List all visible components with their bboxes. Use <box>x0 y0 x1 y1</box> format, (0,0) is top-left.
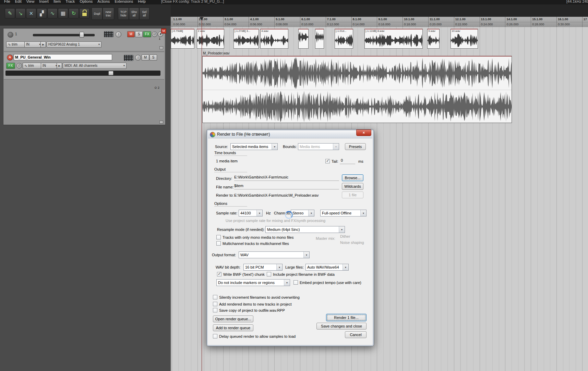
toolbar-sel-all-button[interactable]: Selall <box>139 8 149 20</box>
edit-cursor-marker[interactable] <box>200 17 204 20</box>
track-name-field[interactable]: M_PU_General_Win <box>14 54 112 60</box>
browse-button[interactable]: Browse... <box>342 174 363 181</box>
filename-input[interactable]: $item <box>234 184 339 189</box>
tail-input[interactable]: 0 <box>340 158 355 164</box>
save-copy-checkbox[interactable] <box>213 308 217 312</box>
master-lane-badge[interactable]: M <box>161 28 166 34</box>
volume-slider[interactable] <box>33 34 95 36</box>
menu-item-view[interactable]: View <box>26 0 35 3</box>
mono-tracks-checkbox[interactable] <box>216 235 221 239</box>
timeline-ruler[interactable]: 1.1.000:00.0002.1.000:02.0003.1.000:04.0… <box>171 17 588 27</box>
solo-button[interactable]: S <box>149 54 157 61</box>
menu-item-options[interactable]: Options <box>80 0 93 3</box>
silently-increment-checkbox[interactable] <box>213 295 217 299</box>
add-rendered-checkbox[interactable] <box>213 302 217 306</box>
input-select[interactable]: IN▾ <box>24 41 42 48</box>
solo-button[interactable]: S <box>135 31 143 37</box>
toolbar-tcp-hide-button[interactable]: TCPhide <box>118 8 129 20</box>
edit-item-button[interactable]: ✎ <box>5 8 15 18</box>
lock-button[interactable] <box>79 8 89 18</box>
bitdepth-select[interactable]: 16 bit PCM▾ <box>243 264 283 271</box>
track-2-panel[interactable]: A M_PU_General_Win ! M S FX ∅ ∿ trim IN▾… <box>4 52 164 79</box>
embed-tempo-checkbox[interactable] <box>293 280 298 285</box>
menu-item-extensions[interactable]: Extensions <box>115 0 133 3</box>
toolbar-new-trac-button[interactable]: newtrac <box>103 8 114 20</box>
track-1-panel[interactable]: 1 ! M S FX ∅ ● ∿ trim IN▾ ▸ HDSP9632 Ana… <box>4 29 164 51</box>
media-item[interactable] <box>315 29 324 49</box>
media-item[interactable]: [-1.27dB] 3... <box>233 29 259 49</box>
monitor-button[interactable]: ▸ <box>57 63 62 69</box>
render-button[interactable]: Render 1 file... <box>326 314 367 321</box>
fx-bypass-icon[interactable]: ∅ <box>152 32 157 37</box>
media-item[interactable]: [-0.79dB] <box>171 29 194 49</box>
menu-item-insert[interactable]: Insert <box>39 0 49 3</box>
route-button[interactable] <box>104 31 113 37</box>
resample-select[interactable]: Medium (64pt Sinc)▾ <box>265 226 345 233</box>
samplerate-select[interactable]: 44100▾ <box>239 210 263 217</box>
record-arm-button[interactable]: A <box>7 54 13 61</box>
multichannel-checkbox[interactable] <box>216 241 221 246</box>
fx-alert-button[interactable]: ! <box>116 32 121 37</box>
grid-snap-button[interactable]: ▦ <box>58 8 68 18</box>
delay-queued-checkbox[interactable] <box>213 334 217 338</box>
crossfade-button[interactable]: × <box>26 8 36 18</box>
markers-select[interactable]: Do not include markers or regions▾ <box>216 279 290 286</box>
envelope-button[interactable]: ∿ <box>47 8 58 18</box>
menu-item-help[interactable]: Help <box>138 0 146 3</box>
wildcards-button[interactable]: Wildcards <box>342 183 363 190</box>
media-item[interactable]: [-1.01d... <box>335 29 353 49</box>
record-arm-button[interactable] <box>8 32 13 38</box>
media-lane-fold-icon[interactable] <box>159 121 163 124</box>
media-item[interactable]: 9.wav <box>427 29 440 49</box>
razor-edit-button[interactable]: ▞ <box>37 8 47 18</box>
presets-button[interactable]: Presets <box>345 143 366 150</box>
save-changes-close-button[interactable]: Save changes and close <box>316 323 367 330</box>
midi-io-select[interactable]: MIDI: All: All channels▾ <box>63 63 127 69</box>
volume-slider-handle[interactable] <box>80 32 84 38</box>
route-button[interactable] <box>124 55 133 61</box>
source-select[interactable]: Selected media items▾ <box>230 143 278 150</box>
output-format-select[interactable]: WAV▾ <box>239 251 310 258</box>
tail-checkbox[interactable] <box>325 159 330 163</box>
media-item[interactable]: 4.wav <box>260 29 288 49</box>
fx-button[interactable]: FX <box>6 63 15 69</box>
menu-item-edit[interactable]: Edit <box>15 0 22 3</box>
toolbar-sho-all-button[interactable]: Shoall <box>129 8 139 20</box>
close-button[interactable]: × <box>356 129 371 136</box>
include-projname-checkbox[interactable] <box>267 272 271 276</box>
trim-button[interactable]: ∿ trim <box>23 63 41 69</box>
track-fader[interactable] <box>5 71 160 76</box>
io-select[interactable]: HDSP9632 Analog 1▾ <box>47 41 101 48</box>
menu-item-track[interactable]: Track <box>65 0 75 3</box>
menu-item-actions[interactable]: Actions <box>97 0 110 3</box>
input-select[interactable]: IN▾ <box>41 63 59 69</box>
add-to-render-queue-button[interactable]: Add to render queue <box>213 324 253 331</box>
media-lane-fold-icon[interactable] <box>159 46 163 49</box>
cancel-button[interactable]: Cancel <box>345 331 367 338</box>
write-bwf-checkbox[interactable] <box>217 272 221 276</box>
directory-input[interactable]: E:\Work\Gambino\X-Farm\music <box>234 175 339 181</box>
mute-button[interactable]: M <box>142 54 149 61</box>
media-item-main[interactable] <box>202 56 512 123</box>
media-item[interactable]: 2.wav <box>197 29 224 49</box>
largefiles-select[interactable]: Auto WAV/Wave64▾ <box>305 264 349 271</box>
loop-button[interactable]: ↻ <box>69 8 79 18</box>
fx-alert-button[interactable]: ! <box>135 55 141 61</box>
monitor-button[interactable]: ▸ <box>40 41 46 48</box>
toolbar-dupl-button[interactable]: Dupl <box>92 8 103 20</box>
fx-bypass-icon[interactable]: ∅ <box>16 63 22 69</box>
mute-button[interactable]: M <box>127 31 135 37</box>
insert-media-button[interactable]: ↘ <box>15 8 26 18</box>
menu-item-item[interactable]: Item <box>53 0 61 3</box>
fx-button[interactable]: FX <box>143 31 151 37</box>
media-item[interactable]: [-1.12dB] 8.wav <box>364 29 423 49</box>
trim-button[interactable]: ∿ trim <box>6 41 25 48</box>
track-fader-handle[interactable] <box>108 71 113 75</box>
media-item[interactable]: 10.wav <box>451 29 478 49</box>
dialog-titlebar[interactable]: Render to File (Не отвечает) <box>208 131 372 138</box>
render-speed-select[interactable]: Full-speed Offline▾ <box>320 210 367 217</box>
media-item[interactable] <box>298 29 309 49</box>
channels-select[interactable]: Stereo▾ <box>291 210 314 217</box>
menu-item-file[interactable]: File <box>4 0 10 3</box>
open-render-queue-button[interactable]: Open render queue... <box>213 316 253 322</box>
